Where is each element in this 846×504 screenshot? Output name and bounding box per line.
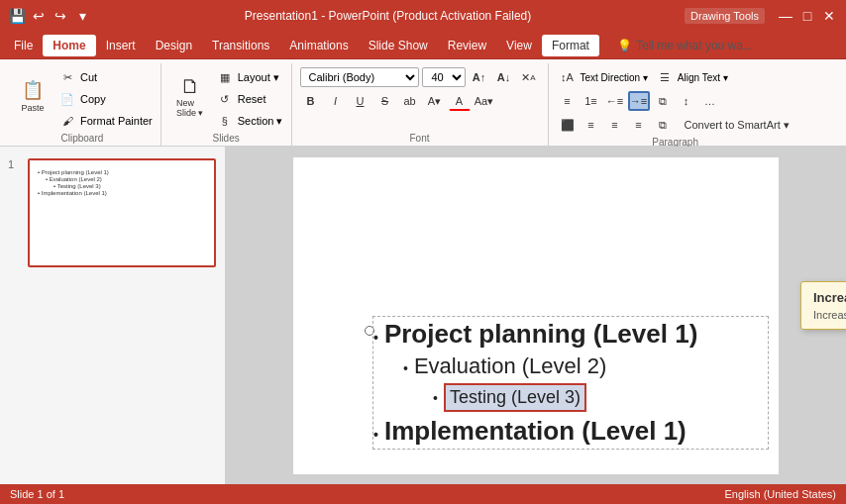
shadow-btn[interactable]: ab (399, 91, 421, 111)
slide-thumb-content: • Project planning (Level 1) • Evaluatio… (30, 160, 214, 205)
slide-canvas[interactable]: • Project planning (Level 1) • Evaluatio… (293, 157, 779, 474)
menu-animations[interactable]: Animations (279, 35, 358, 56)
text-direction-btn[interactable]: ↕A (557, 67, 579, 87)
main-area: 1 • Project planning (Level 1) • Evaluat… (0, 147, 846, 484)
title-bar: 💾 ↩ ↪ ▾ Presentation1 - PowerPoint (Prod… (0, 0, 846, 32)
bullet-level2-item1: • Evaluation (Level 2) (373, 352, 768, 381)
format-painter-label: Format Painter (80, 115, 153, 127)
para-opts-btn[interactable]: … (699, 91, 721, 111)
menu-file[interactable]: File (4, 35, 43, 56)
align-right-btn[interactable]: ≡ (604, 115, 626, 135)
menu-transitions[interactable]: Transitions (202, 35, 279, 56)
menu-bar: File Home Insert Design Transitions Anim… (0, 32, 846, 59)
clipboard-label: Clipboard (12, 131, 153, 146)
font-family-dropdown[interactable]: Calibri (Body) (300, 67, 419, 87)
bullets-btn[interactable]: ≡ (557, 91, 579, 111)
bullet-text-4: Implementation (Level 1) (384, 416, 687, 447)
section-button[interactable]: § (214, 111, 236, 131)
slides-label: Slides (169, 131, 283, 146)
format-painter-button[interactable]: 🖌 (56, 111, 78, 131)
justify-btn[interactable]: ≡ (628, 115, 650, 135)
reset-row: ↺ Reset (214, 89, 283, 109)
layout-button[interactable]: ▦ (214, 67, 236, 87)
clear-format-btn[interactable]: ✕A (518, 67, 540, 87)
copy-button[interactable]: 📄 (56, 89, 78, 109)
case-btn[interactable]: Aa▾ (474, 91, 495, 111)
font-style-row: B I U S ab A▾ A Aa▾ (300, 91, 540, 111)
title-bar-left: 💾 ↩ ↪ ▾ (8, 7, 91, 25)
reset-button[interactable]: ↺ (214, 89, 236, 109)
menu-insert[interactable]: Insert (96, 35, 146, 56)
canvas-area: • Project planning (Level 1) • Evaluatio… (226, 147, 846, 484)
align-left-btn[interactable]: ⬛ (557, 115, 579, 135)
drawing-tools-label: Drawing Tools (685, 8, 765, 24)
col-btn[interactable]: ⧉ (652, 91, 674, 111)
italic-btn[interactable]: I (325, 91, 347, 111)
increase-indent-btn[interactable]: →≡ (628, 91, 650, 111)
decrease-font-btn[interactable]: A↓ (493, 67, 515, 87)
thumb-line-1: • Project planning (Level 1) (38, 169, 206, 175)
customize-icon[interactable]: ▾ (73, 7, 91, 25)
bullet-text-3: Testing (Level 3) (444, 383, 586, 412)
copy-label: Copy (80, 93, 106, 105)
window-title: Presentation1 - PowerPoint (Product Acti… (91, 9, 685, 23)
font-label: Font (300, 131, 540, 146)
new-slide-button[interactable]: 🗋 NewSlide ▾ (169, 67, 211, 125)
undo-icon[interactable]: ↩ (30, 7, 48, 25)
paragraph-align-row: ⬛ ≡ ≡ ≡ ⧉ Convert to SmartArt ▾ (557, 115, 794, 135)
thumb-line-3: • Testing (Level 3) (38, 183, 206, 189)
char-spacing-btn[interactable]: A▾ (424, 91, 446, 111)
align-center-btn[interactable]: ≡ (581, 115, 602, 135)
menu-slideshow[interactable]: Slide Show (359, 35, 438, 56)
paste-icon: 📋 (22, 79, 44, 101)
menu-view[interactable]: View (496, 35, 542, 56)
save-icon[interactable]: 💾 (8, 7, 26, 25)
bold-btn[interactable]: B (300, 91, 322, 111)
line-spacing-btn[interactable]: ↕ (676, 91, 697, 111)
maximize-btn[interactable]: □ (798, 7, 816, 25)
font-group: Calibri (Body) 40 A↑ A↓ ✕A B I U S ab A▾… (292, 63, 549, 146)
menu-design[interactable]: Design (146, 35, 202, 56)
redo-icon[interactable]: ↪ (52, 7, 69, 25)
tell-me-bar[interactable]: 💡 Tell me what you wa... (609, 39, 761, 52)
increase-font-btn[interactable]: A↑ (469, 67, 490, 87)
slides-panel: 1 • Project planning (Level 1) • Evaluat… (0, 147, 226, 484)
numbering-btn[interactable]: 1≡ (581, 91, 602, 111)
slide-thumbnail[interactable]: • Project planning (Level 1) • Evaluatio… (28, 158, 216, 267)
language-indicator: English (United States) (725, 488, 837, 500)
menu-home[interactable]: Home (43, 35, 95, 56)
convert-smartart-btn[interactable]: Convert to SmartArt ▾ (680, 115, 794, 135)
close-btn[interactable]: ✕ (820, 7, 838, 25)
bullet-text-1: Project planning (Level 1) (384, 319, 697, 350)
minimize-btn[interactable]: — (777, 7, 794, 25)
paste-button[interactable]: 📋 Paste (12, 67, 53, 125)
thumb-line-4: • Implementation (Level 1) (38, 190, 206, 196)
cut-row: ✂ Cut (56, 67, 153, 87)
slide-container: 1 • Project planning (Level 1) • Evaluat… (28, 158, 217, 267)
underline-btn[interactable]: U (350, 91, 371, 111)
copy-row: 📄 Copy (56, 89, 153, 109)
smartart-row: Convert to SmartArt ▾ (680, 115, 794, 135)
strikethrough-btn[interactable]: S (374, 91, 396, 111)
section-label: Section ▾ (238, 115, 283, 128)
bullet-text-2: Evaluation (Level 2) (414, 353, 606, 379)
align-text-btn[interactable]: ☰ (654, 67, 676, 87)
reset-label: Reset (238, 93, 266, 105)
font-color-btn[interactable]: A (449, 91, 471, 111)
align-text-label: Align Text ▾ (678, 72, 728, 83)
text-box[interactable]: • Project planning (Level 1) • Evaluatio… (372, 316, 769, 450)
bullet-char-3: • (433, 390, 438, 406)
clipboard-group: 📋 Paste ✂ Cut 📄 Copy 🖌 Format Painter (4, 63, 161, 146)
font-family-row: Calibri (Body) 40 A↑ A↓ ✕A (300, 67, 540, 87)
menu-format[interactable]: Format (542, 35, 599, 56)
font-content: Calibri (Body) 40 A↑ A↓ ✕A B I U S ab A▾… (300, 63, 540, 131)
decrease-indent-btn[interactable]: ←≡ (604, 91, 626, 111)
bullet-level1-item2: • Implementation (Level 1) (373, 414, 768, 449)
slides-content: 🗋 NewSlide ▾ ▦ Layout ▾ ↺ Reset § Sectio… (169, 63, 283, 131)
font-size-dropdown[interactable]: 40 (422, 67, 466, 87)
slide-info: Slide 1 of 1 (10, 488, 64, 500)
menu-review[interactable]: Review (438, 35, 496, 56)
bullet-level1-item1: • Project planning (Level 1) (373, 317, 768, 352)
cut-button[interactable]: ✂ (56, 67, 78, 87)
cols2-btn[interactable]: ⧉ (652, 115, 674, 135)
